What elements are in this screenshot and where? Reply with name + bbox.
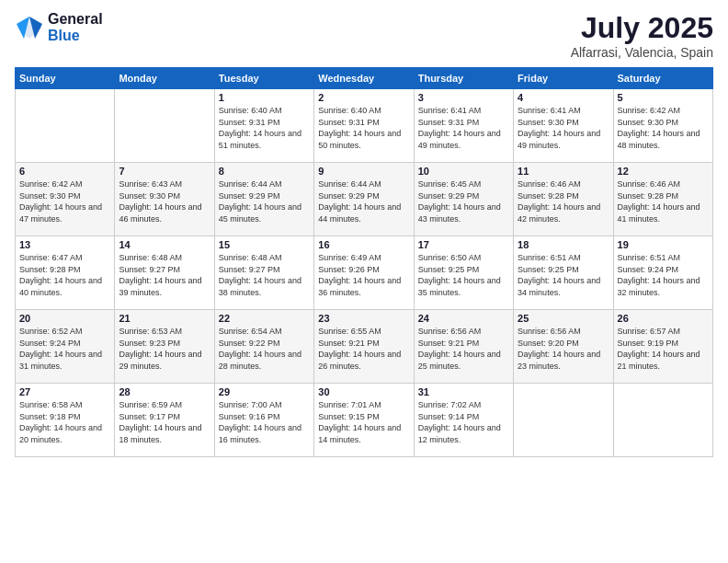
day-cell xyxy=(115,89,214,163)
location: Alfarrasi, Valencia, Spain xyxy=(571,45,713,60)
day-number: 28 xyxy=(119,386,210,397)
day-cell: 16Sunrise: 6:49 AM Sunset: 9:26 PM Dayli… xyxy=(314,236,414,310)
day-number: 17 xyxy=(418,239,509,250)
day-info: Sunrise: 6:45 AM Sunset: 9:29 PM Dayligh… xyxy=(418,178,509,224)
day-cell: 22Sunrise: 6:54 AM Sunset: 9:22 PM Dayli… xyxy=(214,310,313,384)
day-info: Sunrise: 6:59 AM Sunset: 9:17 PM Dayligh… xyxy=(119,399,210,445)
day-number: 14 xyxy=(119,239,210,250)
day-info: Sunrise: 6:47 AM Sunset: 9:28 PM Dayligh… xyxy=(19,252,110,298)
day-info: Sunrise: 6:54 AM Sunset: 9:22 PM Dayligh… xyxy=(219,326,310,372)
day-number: 15 xyxy=(219,239,310,250)
day-cell: 18Sunrise: 6:51 AM Sunset: 9:25 PM Dayli… xyxy=(514,236,613,310)
day-number: 29 xyxy=(219,386,310,397)
day-cell: 2Sunrise: 6:40 AM Sunset: 9:31 PM Daylig… xyxy=(314,89,414,163)
weekday-tuesday: Tuesday xyxy=(214,68,313,89)
weekday-header-row: SundayMondayTuesdayWednesdayThursdayFrid… xyxy=(16,68,713,89)
calendar-page: General Blue July 2025 Alfarrasi, Valenc… xyxy=(0,0,728,563)
day-number: 22 xyxy=(219,313,310,324)
day-number: 13 xyxy=(19,239,110,250)
day-number: 25 xyxy=(518,313,609,324)
day-number: 11 xyxy=(518,166,609,177)
day-info: Sunrise: 6:48 AM Sunset: 9:27 PM Dayligh… xyxy=(219,252,310,298)
logo: General Blue xyxy=(15,11,103,44)
day-info: Sunrise: 6:40 AM Sunset: 9:31 PM Dayligh… xyxy=(219,105,310,151)
day-info: Sunrise: 6:44 AM Sunset: 9:29 PM Dayligh… xyxy=(318,178,409,224)
day-number: 20 xyxy=(19,313,110,324)
day-info: Sunrise: 6:53 AM Sunset: 9:23 PM Dayligh… xyxy=(119,326,210,372)
day-cell: 20Sunrise: 6:52 AM Sunset: 9:24 PM Dayli… xyxy=(16,310,115,384)
day-cell: 27Sunrise: 6:58 AM Sunset: 9:18 PM Dayli… xyxy=(16,384,115,457)
day-cell: 6Sunrise: 6:42 AM Sunset: 9:30 PM Daylig… xyxy=(16,163,115,236)
day-cell: 9Sunrise: 6:44 AM Sunset: 9:29 PM Daylig… xyxy=(314,163,414,236)
day-cell: 29Sunrise: 7:00 AM Sunset: 9:16 PM Dayli… xyxy=(214,384,313,457)
day-cell: 24Sunrise: 6:56 AM Sunset: 9:21 PM Dayli… xyxy=(414,310,513,384)
day-info: Sunrise: 6:57 AM Sunset: 9:19 PM Dayligh… xyxy=(618,326,709,372)
day-cell xyxy=(514,384,613,457)
logo-general: General xyxy=(48,11,103,27)
day-info: Sunrise: 6:46 AM Sunset: 9:28 PM Dayligh… xyxy=(518,178,609,224)
logo-text: General Blue xyxy=(48,11,103,44)
weekday-saturday: Saturday xyxy=(613,68,712,89)
week-row-2: 6Sunrise: 6:42 AM Sunset: 9:30 PM Daylig… xyxy=(16,163,713,236)
day-cell: 10Sunrise: 6:45 AM Sunset: 9:29 PM Dayli… xyxy=(414,163,513,236)
day-info: Sunrise: 7:00 AM Sunset: 9:16 PM Dayligh… xyxy=(219,399,310,445)
day-info: Sunrise: 6:46 AM Sunset: 9:28 PM Dayligh… xyxy=(618,178,709,224)
day-cell: 12Sunrise: 6:46 AM Sunset: 9:28 PM Dayli… xyxy=(613,163,712,236)
day-info: Sunrise: 6:48 AM Sunset: 9:27 PM Dayligh… xyxy=(119,252,210,298)
day-cell: 1Sunrise: 6:40 AM Sunset: 9:31 PM Daylig… xyxy=(214,89,313,163)
day-info: Sunrise: 6:50 AM Sunset: 9:25 PM Dayligh… xyxy=(418,252,509,298)
day-info: Sunrise: 7:01 AM Sunset: 9:15 PM Dayligh… xyxy=(318,399,409,445)
day-number: 16 xyxy=(318,239,409,250)
weekday-thursday: Thursday xyxy=(414,68,513,89)
day-info: Sunrise: 6:55 AM Sunset: 9:21 PM Dayligh… xyxy=(318,326,409,372)
day-cell: 4Sunrise: 6:41 AM Sunset: 9:30 PM Daylig… xyxy=(514,89,613,163)
day-number: 8 xyxy=(219,166,310,177)
day-number: 24 xyxy=(418,313,509,324)
month-title: July 2025 xyxy=(571,11,713,45)
day-info: Sunrise: 6:41 AM Sunset: 9:30 PM Dayligh… xyxy=(518,105,609,151)
header: General Blue July 2025 Alfarrasi, Valenc… xyxy=(15,11,713,60)
day-cell: 11Sunrise: 6:46 AM Sunset: 9:28 PM Dayli… xyxy=(514,163,613,236)
day-info: Sunrise: 6:42 AM Sunset: 9:30 PM Dayligh… xyxy=(19,178,110,224)
week-row-4: 20Sunrise: 6:52 AM Sunset: 9:24 PM Dayli… xyxy=(16,310,713,384)
day-info: Sunrise: 6:51 AM Sunset: 9:25 PM Dayligh… xyxy=(518,252,609,298)
day-number: 12 xyxy=(618,166,709,177)
day-cell: 8Sunrise: 6:44 AM Sunset: 9:29 PM Daylig… xyxy=(214,163,313,236)
day-cell: 13Sunrise: 6:47 AM Sunset: 9:28 PM Dayli… xyxy=(16,236,115,310)
day-info: Sunrise: 6:56 AM Sunset: 9:20 PM Dayligh… xyxy=(518,326,609,372)
day-number: 6 xyxy=(19,166,110,177)
logo-icon xyxy=(15,15,44,40)
day-number: 26 xyxy=(618,313,709,324)
day-number: 21 xyxy=(119,313,210,324)
day-info: Sunrise: 6:58 AM Sunset: 9:18 PM Dayligh… xyxy=(19,399,110,445)
day-number: 4 xyxy=(518,92,609,103)
day-info: Sunrise: 6:52 AM Sunset: 9:24 PM Dayligh… xyxy=(19,326,110,372)
day-number: 31 xyxy=(418,386,509,397)
day-cell: 31Sunrise: 7:02 AM Sunset: 9:14 PM Dayli… xyxy=(414,384,513,457)
day-cell: 5Sunrise: 6:42 AM Sunset: 9:30 PM Daylig… xyxy=(613,89,712,163)
day-info: Sunrise: 6:40 AM Sunset: 9:31 PM Dayligh… xyxy=(318,105,409,151)
day-number: 27 xyxy=(19,386,110,397)
title-area: July 2025 Alfarrasi, Valencia, Spain xyxy=(571,11,713,60)
day-number: 2 xyxy=(318,92,409,103)
weekday-sunday: Sunday xyxy=(16,68,115,89)
weekday-wednesday: Wednesday xyxy=(314,68,414,89)
day-number: 9 xyxy=(318,166,409,177)
day-number: 1 xyxy=(219,92,310,103)
day-cell: 26Sunrise: 6:57 AM Sunset: 9:19 PM Dayli… xyxy=(613,310,712,384)
day-cell: 28Sunrise: 6:59 AM Sunset: 9:17 PM Dayli… xyxy=(115,384,214,457)
day-number: 3 xyxy=(418,92,509,103)
week-row-5: 27Sunrise: 6:58 AM Sunset: 9:18 PM Dayli… xyxy=(16,384,713,457)
day-number: 5 xyxy=(618,92,709,103)
day-cell: 7Sunrise: 6:43 AM Sunset: 9:30 PM Daylig… xyxy=(115,163,214,236)
day-info: Sunrise: 6:43 AM Sunset: 9:30 PM Dayligh… xyxy=(119,178,210,224)
week-row-1: 1Sunrise: 6:40 AM Sunset: 9:31 PM Daylig… xyxy=(16,89,713,163)
day-number: 23 xyxy=(318,313,409,324)
day-cell: 17Sunrise: 6:50 AM Sunset: 9:25 PM Dayli… xyxy=(414,236,513,310)
day-number: 7 xyxy=(119,166,210,177)
day-info: Sunrise: 6:44 AM Sunset: 9:29 PM Dayligh… xyxy=(219,178,310,224)
day-cell: 14Sunrise: 6:48 AM Sunset: 9:27 PM Dayli… xyxy=(115,236,214,310)
day-cell xyxy=(16,89,115,163)
day-info: Sunrise: 6:51 AM Sunset: 9:24 PM Dayligh… xyxy=(618,252,709,298)
day-number: 10 xyxy=(418,166,509,177)
